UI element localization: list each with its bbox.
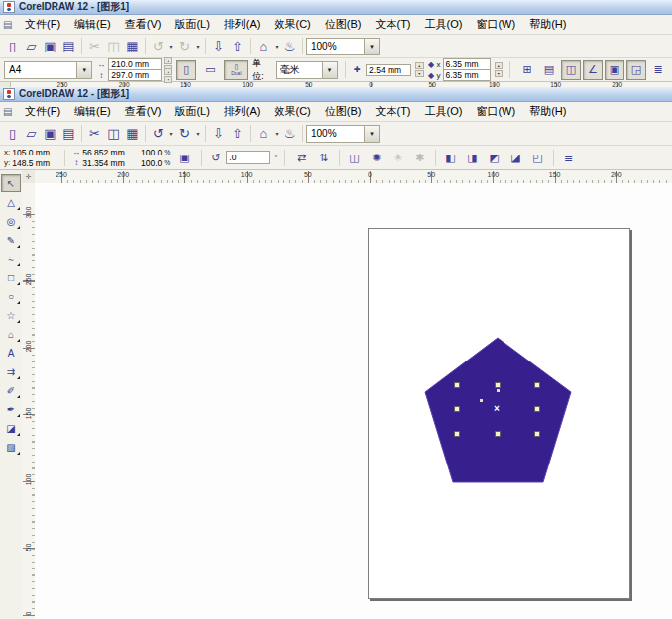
import-icon[interactable]: ⇩ <box>209 37 228 55</box>
convert-to-curves-icon[interactable]: ≣ <box>559 148 579 167</box>
forward-one-icon[interactable]: ◩ <box>485 148 504 167</box>
application-launcher-icon-flyout[interactable]: ▾ <box>273 43 280 50</box>
polygon-tool[interactable]: ☆ <box>1 306 21 324</box>
redo-icon[interactable]: ↻ <box>175 124 194 143</box>
lock-ratio-button[interactable]: ▣ <box>174 148 194 167</box>
menu-item[interactable]: 编辑(E) <box>67 15 118 34</box>
menu-item[interactable]: 位图(B) <box>318 102 369 121</box>
trim-icon[interactable]: ✳ <box>389 148 408 167</box>
selection-handle[interactable] <box>454 431 460 437</box>
nudge-offset-field[interactable]: 2.54 mm <box>366 64 411 76</box>
application-launcher-icon[interactable]: ⌂ <box>254 37 273 55</box>
selection-center-marker[interactable]: × <box>494 405 500 413</box>
selection-handle[interactable] <box>534 431 540 437</box>
outline-tool[interactable]: ✒ <box>1 400 21 418</box>
chevron-down-icon[interactable]: ▾ <box>364 126 379 142</box>
back-one-icon[interactable]: ◪ <box>506 148 526 167</box>
chevron-down-icon[interactable]: ▾ <box>322 62 337 78</box>
rectangle-tool[interactable]: □ <box>1 268 21 286</box>
paper-type-select[interactable]: A4 ▾ <box>4 61 92 79</box>
shape-tool[interactable]: △ <box>1 193 21 211</box>
zoom-level-select[interactable]: 100% ▾ <box>306 38 380 55</box>
rotation-angle-field[interactable]: .0 <box>226 151 270 164</box>
duplicate-y-field[interactable]: 6.35 mm <box>443 69 491 81</box>
mirror-vertical-icon[interactable]: ⇅ <box>314 148 334 167</box>
import-icon[interactable]: ⇩ <box>209 124 228 143</box>
x-position-field[interactable]: 105.0 mm <box>12 148 57 157</box>
zoom-level-select[interactable]: 100% ▾ <box>306 125 380 143</box>
landscape-button[interactable]: ▭ <box>200 60 220 80</box>
undo-icon[interactable]: ↺ <box>149 124 168 143</box>
menu-item[interactable]: 排列(A) <box>217 15 268 34</box>
zoom-tool[interactable]: ◎ <box>1 212 21 230</box>
menu-item[interactable]: 编辑(E) <box>67 102 118 121</box>
combine-icon[interactable]: ◫ <box>345 148 365 167</box>
export-icon[interactable]: ⇧ <box>228 124 247 143</box>
scale-y-field[interactable]: 100.0 <box>136 158 162 168</box>
snap-to-objects-icon[interactable]: ◫ <box>561 60 581 80</box>
intersect-icon[interactable]: ✱ <box>410 148 430 167</box>
freehand-tool[interactable]: ✎ <box>1 231 21 249</box>
menu-item[interactable]: 位图(B) <box>318 15 369 34</box>
snap-to-guidelines-icon[interactable]: ▤ <box>539 60 559 80</box>
undo-icon-flyout[interactable]: ▾ <box>168 130 175 137</box>
menu-item[interactable]: 窗口(W) <box>469 15 522 34</box>
menu-item[interactable]: 文件(F) <box>18 15 67 34</box>
nudge-offset-stepper[interactable]: ▴▾ <box>415 62 424 77</box>
selection-handle[interactable] <box>454 406 460 412</box>
duplicate-distance-stepper[interactable]: ▴▾ <box>495 62 504 77</box>
portrait-button[interactable]: ▯ <box>176 60 196 80</box>
menu-item[interactable]: 帮助(H) <box>522 15 573 34</box>
menu-item[interactable]: 版面(L) <box>168 15 216 34</box>
menu-item[interactable]: 帮助(H) <box>522 102 573 121</box>
selection-handle[interactable] <box>454 382 460 388</box>
marquee-select-icon[interactable]: ◲ <box>626 60 646 80</box>
drawing-canvas[interactable]: × <box>35 183 672 619</box>
selection-handle[interactable] <box>534 382 540 388</box>
menu-item[interactable]: 文本(T) <box>368 102 417 121</box>
fill-tool[interactable]: ◪ <box>1 419 21 437</box>
menu-item[interactable]: 文件(F) <box>18 102 67 121</box>
application-launcher-icon-flyout[interactable]: ▾ <box>273 130 280 137</box>
to-back-icon[interactable]: ◨ <box>463 148 483 167</box>
treat-as-filled-icon[interactable]: ▣ <box>605 60 624 80</box>
menu-item[interactable]: 窗口(W) <box>469 102 522 121</box>
menu-item[interactable]: 工具(O) <box>418 102 470 121</box>
position-icon[interactable]: ◰ <box>528 148 548 167</box>
object-height-field[interactable]: 31.354 mm <box>82 158 132 168</box>
object-width-field[interactable]: 56.852 mm <box>82 148 132 157</box>
corel-community-icon[interactable]: ♨ <box>280 37 299 55</box>
undo-icon[interactable]: ↺ <box>149 37 168 55</box>
dynamic-guides-icon[interactable]: ∠ <box>583 60 603 80</box>
export-icon[interactable]: ⇧ <box>228 37 247 55</box>
paste-icon[interactable]: ▦ <box>123 37 142 55</box>
new-icon[interactable]: ▯ <box>3 124 22 143</box>
new-icon[interactable]: ▯ <box>3 37 22 55</box>
chevron-down-icon[interactable]: ▾ <box>76 62 91 78</box>
cut-icon[interactable]: ✂ <box>85 37 104 55</box>
redo-icon-flyout[interactable]: ▾ <box>194 43 202 50</box>
print-icon[interactable]: ▤ <box>59 124 78 143</box>
menu-item[interactable]: 查看(V) <box>118 102 168 121</box>
units-select[interactable]: 毫米 ▾ <box>276 61 338 79</box>
application-launcher-icon[interactable]: ⌂ <box>254 124 273 143</box>
paste-icon[interactable]: ▦ <box>123 124 142 143</box>
basic-shapes-tool[interactable]: ⌂ <box>1 325 21 343</box>
snap-to-grid-icon[interactable]: ⊞ <box>517 60 537 80</box>
dual-page-button[interactable]: ▯ Dual <box>224 60 248 80</box>
smart-drawing-tool[interactable]: ≈ <box>1 250 21 267</box>
interactive-fill-tool[interactable]: ▨ <box>1 438 21 456</box>
corel-community-icon[interactable]: ♨ <box>280 124 299 143</box>
ellipse-tool[interactable]: ○ <box>1 287 21 305</box>
menu-item[interactable]: 效果(C) <box>268 102 318 121</box>
pick-tool[interactable]: ↖ <box>1 174 21 192</box>
redo-icon-flyout[interactable]: ▾ <box>194 130 202 137</box>
save-icon[interactable]: ▣ <box>41 124 59 143</box>
save-icon[interactable]: ▣ <box>41 37 59 55</box>
eyedropper-tool[interactable]: ✐ <box>1 381 21 399</box>
undo-icon-flyout[interactable]: ▾ <box>168 43 175 50</box>
menu-item[interactable]: 查看(V) <box>118 15 168 34</box>
selection-handle[interactable] <box>495 382 501 388</box>
open-icon[interactable]: ▱ <box>22 124 41 143</box>
mirror-horizontal-icon[interactable]: ⇄ <box>292 148 312 167</box>
